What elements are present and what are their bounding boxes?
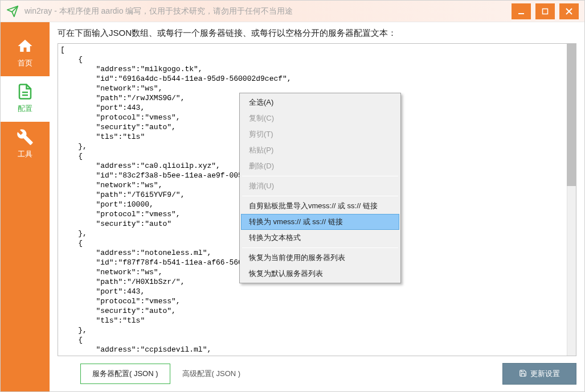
menu-select-all[interactable]: 全选(A) [241, 94, 399, 110]
sidebar-item-label: 首页 [18, 58, 32, 68]
menu-convert-text[interactable]: 转换为文本格式 [241, 230, 399, 246]
app-icon [6, 5, 19, 18]
tab-advanced-config[interactable]: 高级配置( JSON ) [170, 364, 253, 384]
instruction-text: 可在下面输入JSON数组、或每行一个服务器链接、或每行以空格分开的服务器配置文本… [58, 28, 576, 39]
sidebar: 首页 配置 工具 [1, 22, 50, 391]
maximize-button[interactable] [535, 3, 555, 19]
sidebar-item-label: 工具 [18, 149, 32, 159]
menu-separator [242, 176, 398, 176]
menu-separator [242, 196, 398, 196]
menu-convert-link[interactable]: 转换为 vmess:// 或 ss:// 链接 [241, 214, 399, 230]
sidebar-item-tools[interactable]: 工具 [1, 122, 50, 167]
menu-restore-default[interactable]: 恢复为默认服务器列表 [241, 266, 399, 282]
menu-cut[interactable]: 剪切(T) [241, 126, 399, 142]
update-button-label: 更新设置 [530, 369, 560, 379]
wrench-icon [17, 129, 34, 146]
sidebar-item-label: 配置 [18, 104, 32, 114]
menu-separator [242, 247, 398, 248]
menu-copy[interactable]: 复制(C) [241, 110, 399, 126]
context-menu: 全选(A) 复制(C) 剪切(T) 粘贴(P) 删除(D) 撤消(U) 自剪贴板… [239, 93, 401, 283]
menu-paste[interactable]: 粘贴(P) [241, 142, 399, 158]
titlebar: win2ray - 本程序使用 aardio 编写，仅用于技术研究，请勿用于任何… [1, 1, 584, 22]
window-title: win2ray - 本程序使用 aardio 编写，仅用于技术研究，请勿用于任何… [24, 6, 512, 16]
scrollbar-thumb[interactable] [567, 44, 576, 186]
minimize-button[interactable] [512, 3, 531, 19]
menu-restore-current[interactable]: 恢复为当前使用的服务器列表 [241, 250, 399, 266]
menu-undo[interactable]: 撤消(U) [241, 178, 399, 194]
close-button[interactable] [559, 3, 579, 19]
menu-import-clipboard[interactable]: 自剪贴板批量导入vmess:// 或 ss:// 链接 [241, 198, 399, 214]
home-icon [17, 38, 34, 55]
scrollbar-track[interactable] [567, 44, 576, 356]
bottom-bar: 服务器配置( JSON ) 高级配置( JSON ) 更新设置 [58, 363, 576, 385]
update-settings-button[interactable]: 更新设置 [502, 363, 576, 385]
tab-server-config[interactable]: 服务器配置( JSON ) [80, 364, 170, 384]
save-icon [519, 369, 527, 379]
sidebar-item-config[interactable]: 配置 [1, 76, 50, 122]
sidebar-item-home[interactable]: 首页 [1, 31, 50, 76]
document-icon [17, 83, 34, 100]
menu-delete[interactable]: 删除(D) [241, 158, 399, 174]
svg-rect-3 [543, 9, 548, 14]
